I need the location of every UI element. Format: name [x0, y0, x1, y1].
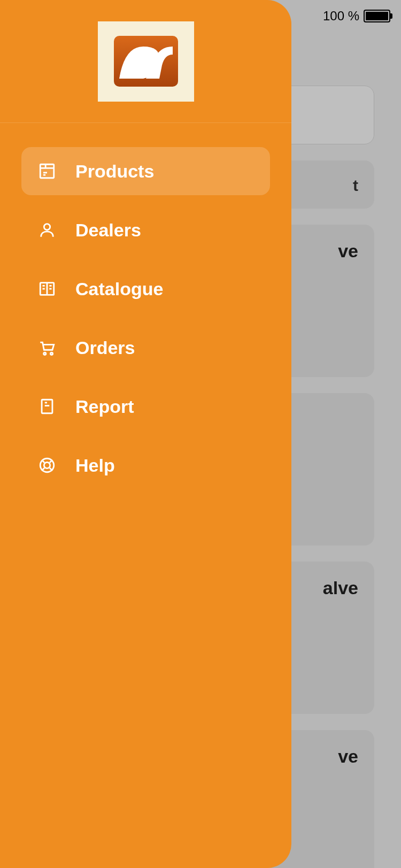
menu-item-help[interactable]: Help: [21, 441, 270, 489]
menu-label: Help: [75, 455, 115, 476]
menu-item-orders[interactable]: Orders: [21, 324, 270, 372]
menu-label: Products: [75, 161, 154, 182]
navigation-drawer: Products Dealers Catalogue Orders Report: [0, 0, 291, 868]
menu-label: Orders: [75, 337, 135, 358]
cart-icon: [37, 338, 57, 357]
drawer-header: [0, 0, 291, 123]
menu-item-products[interactable]: Products: [21, 147, 270, 195]
menu-item-catalogue[interactable]: Catalogue: [21, 265, 270, 313]
book-icon: [37, 279, 57, 298]
menu-label: Report: [75, 396, 134, 417]
svg-rect-0: [40, 164, 54, 178]
package-icon: [37, 162, 57, 181]
svg-point-1: [44, 224, 50, 230]
svg-point-4: [50, 352, 52, 355]
svg-point-3: [44, 352, 46, 355]
menu-label: Catalogue: [75, 279, 163, 299]
menu-item-dealers[interactable]: Dealers: [21, 206, 270, 254]
app-logo: [98, 21, 194, 102]
svg-point-7: [44, 462, 50, 468]
drawer-menu: Products Dealers Catalogue Orders Report: [0, 123, 291, 489]
report-icon: [37, 397, 57, 416]
user-icon: [37, 220, 57, 240]
menu-label: Dealers: [75, 220, 141, 241]
help-icon: [37, 456, 57, 475]
menu-item-report[interactable]: Report: [21, 382, 270, 431]
